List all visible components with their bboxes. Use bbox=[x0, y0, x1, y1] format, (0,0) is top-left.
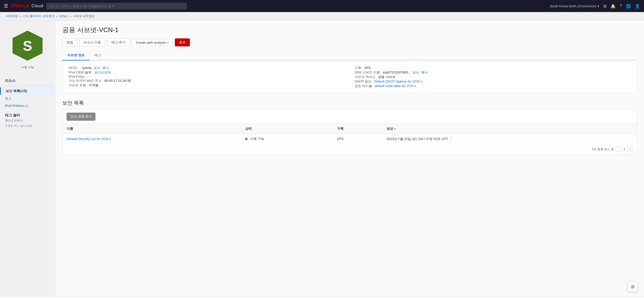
grid-icon: ⊞ bbox=[631, 284, 635, 289]
info-mac: 가상 라우터 MAC 주소: 00:00:17:21:3A:5E bbox=[69, 79, 345, 83]
help-widget-icon[interactable]: ⊞ bbox=[627, 281, 638, 292]
info-dns: DNS 도메인 이름: sub07221937400... 표시 복사 bbox=[355, 70, 631, 75]
pagination-next-button[interactable]: › bbox=[627, 146, 633, 152]
main-layout: S 사용 가능 리소스 보안 목록(1개) 로그 IPv6 Prefixes (… bbox=[0, 21, 644, 296]
hexagon-letter: S bbox=[23, 38, 32, 54]
info-grid: OCID: ...lyck4q 표시 복사 IPv4 CIDR 블록: 10.0… bbox=[69, 66, 631, 88]
cell-status: 사용 가능 bbox=[241, 134, 333, 144]
cidr-label: IPv4 CIDR 블록: bbox=[69, 70, 92, 75]
col-status: 상태 bbox=[241, 124, 333, 134]
sidebar-divider-1 bbox=[0, 86, 55, 86]
breadcrumb: 네트워킹 » 가상 클라우드 네트워크 » VCN-1 » 서브넷 세부정보 bbox=[0, 12, 644, 21]
status-dot-icon bbox=[245, 138, 248, 140]
breadcrumb-vcn1[interactable]: VCN-1 bbox=[59, 15, 68, 18]
top-nav-right: South Korea North (Chuncheon) ▾ ⊞ 🔔 ? 🌐 … bbox=[550, 4, 640, 9]
info-dhcp: DHCP 옵션: Default DHCP Options for VCN-1 bbox=[355, 79, 631, 84]
row-actions-icon[interactable]: ⋮ bbox=[449, 136, 453, 141]
resources-section-title: 리소스 bbox=[0, 74, 55, 85]
sidebar-item-ipv6[interactable]: IPv6 Prefixes (-) bbox=[0, 102, 55, 109]
breadcrumb-separator-1: » bbox=[20, 15, 21, 18]
info-left-column: OCID: ...lyck4q 표시 복사 IPv4 CIDR 블록: 10.0… bbox=[69, 66, 345, 88]
info-route-table: 경로 테이블: default route table for VCN-1 bbox=[355, 84, 631, 88]
subnet-access-label: 서브넷 액세스: bbox=[355, 75, 376, 79]
info-compartment: 구획: VPS bbox=[355, 66, 631, 70]
global-search-input[interactable] bbox=[46, 3, 187, 10]
dns-show-link[interactable]: 표시 bbox=[413, 70, 419, 75]
breadcrumb-current: 서브넷 세부정보 bbox=[73, 14, 95, 18]
tag-filter-title: 태그 필터 bbox=[5, 113, 50, 118]
sidebar-item-logs[interactable]: 로그 bbox=[0, 95, 55, 102]
sidebar-icon-area: S 사용 가능 bbox=[0, 26, 55, 74]
dns-copy-link[interactable]: 복사 bbox=[421, 70, 428, 75]
pagination-prev-button[interactable]: ‹ bbox=[616, 146, 621, 152]
tab-tags[interactable]: 태그 bbox=[90, 50, 106, 60]
dhcp-link[interactable]: Default DHCP Options for VCN-1 bbox=[374, 80, 422, 83]
breadcrumb-separator-2: » bbox=[56, 15, 58, 18]
notification-bell-icon[interactable]: 🔔 bbox=[611, 4, 616, 9]
info-ipv6: IPv6 Prefix: - bbox=[69, 75, 345, 79]
create-path-analysis-button[interactable]: Create path analysis ▾ bbox=[132, 39, 173, 46]
tag-separator: | bbox=[12, 119, 13, 123]
breadcrumb-separator-3: » bbox=[70, 15, 72, 18]
move-resource-button[interactable]: 리소스 이동 bbox=[79, 38, 105, 46]
tab-subnet-info[interactable]: 서브넷 정보 bbox=[62, 50, 90, 60]
route-table-label: 경로 테이블: bbox=[355, 84, 373, 88]
edit-button[interactable]: 편집 bbox=[62, 38, 77, 46]
ipv6-label: IPv6 Prefix: bbox=[69, 75, 85, 79]
tag-filter-note: 적용된 태그 필터 없음 bbox=[5, 124, 50, 128]
dns-value: sub07221937400... bbox=[383, 70, 410, 74]
page-title: 공용 서브넷-VCN-1 bbox=[62, 26, 637, 34]
subnet-type-label: 서브넷 유형: bbox=[69, 83, 87, 88]
add-tag-button[interactable]: 태그 추가 bbox=[107, 38, 130, 46]
table-row: Default Security List for VCN-1 사용 가능 VP… bbox=[63, 134, 637, 144]
ocid-show-link[interactable]: 표시 bbox=[94, 66, 100, 70]
table-footer: 1개 항목 표시 중 ‹ 1 › bbox=[63, 144, 637, 155]
resource-icon-wrapper: S bbox=[10, 28, 45, 63]
dns-label: DNS 도메인 이름: bbox=[355, 70, 381, 75]
language-globe-icon[interactable]: 🌐 bbox=[626, 4, 631, 9]
terminate-button[interactable]: 종료 bbox=[175, 38, 190, 46]
help-icon[interactable]: ? bbox=[620, 4, 622, 8]
oracle-logo: ORACLE Cloud bbox=[11, 4, 43, 8]
security-list-name-link[interactable]: Default Security List for VCN-1 bbox=[67, 137, 111, 141]
cloud-icon[interactable]: ⊞ bbox=[603, 4, 607, 9]
subnet-type-value: 지역별 bbox=[89, 83, 98, 88]
region-chevron-icon: ▾ bbox=[598, 4, 599, 8]
security-list-table: 이름 상태 구획 생성 ▾ bbox=[63, 124, 637, 144]
status-text: 사용 가능 bbox=[250, 137, 264, 140]
ocid-value: ...lyck4q bbox=[80, 66, 92, 70]
oracle-text: ORACLE bbox=[11, 4, 30, 8]
ocid-copy-link[interactable]: 복사 bbox=[102, 66, 109, 70]
add-security-list-button[interactable]: 보안 목록 추가 bbox=[67, 113, 95, 121]
info-right-column: 구획: VPS DNS 도메인 이름: sub07221937400... 표시… bbox=[355, 66, 631, 88]
tag-remove-link[interactable]: 지우기 bbox=[14, 119, 23, 123]
cell-created: 2023년 7월 22일 (토) 19시 37분 52초 UTC ⋮ bbox=[383, 134, 637, 144]
sidebar: S 사용 가능 리소스 보안 목록(1개) 로그 IPv6 Prefixes (… bbox=[0, 21, 55, 296]
pagination-page: 1 bbox=[623, 147, 625, 151]
created-date: 2023년 7월 22일 (토) 19시 37분 52초 UTC bbox=[387, 137, 448, 141]
hamburger-menu[interactable]: ☰ bbox=[4, 3, 8, 9]
dhcp-label: DHCP 옵션: bbox=[355, 79, 372, 84]
breadcrumb-networking[interactable]: 네트워킹 bbox=[6, 14, 18, 18]
route-table-link[interactable]: default route table for VCN-1 bbox=[375, 84, 416, 88]
ocid-label: OCID: bbox=[69, 66, 78, 70]
table-header-row: 이름 상태 구획 생성 ▾ bbox=[63, 124, 637, 134]
content-area: 공용 서브넷-VCN-1 편집 리소스 이동 태그 추가 Create path… bbox=[55, 21, 644, 296]
cell-name: Default Security List for VCN-1 bbox=[63, 134, 241, 144]
cidr-value[interactable]: 10.0.0.0/24 bbox=[94, 70, 111, 74]
tag-add-link[interactable]: 추가 bbox=[5, 119, 11, 123]
mac-label: 가상 라우터 MAC 주소: bbox=[69, 79, 102, 83]
user-profile-icon[interactable]: 👤 bbox=[635, 4, 640, 9]
region-selector[interactable]: South Korea North (Chuncheon) ▾ bbox=[550, 4, 599, 8]
table-toolbar: 보안 목록 추가 bbox=[63, 110, 637, 124]
mac-value: 00:00:17:21:3A:5E bbox=[104, 79, 131, 83]
security-list-table-section: 보안 목록 추가 이름 상태 구획 생성 bbox=[62, 109, 637, 155]
info-subnet-access: 서브넷 액세스: 공용 서브넷 bbox=[355, 75, 631, 79]
create-path-analysis-label: Create path analysis bbox=[136, 41, 166, 44]
breadcrumb-vcn[interactable]: 가상 클라우드 네트워크 bbox=[23, 14, 55, 18]
info-cidr: IPv4 CIDR 블록: 10.0.0.0/24 bbox=[69, 70, 345, 75]
col-name-sort: 이름 bbox=[67, 126, 237, 131]
info-subnet-type: 서브넷 유형: 지역별 bbox=[69, 83, 345, 88]
sidebar-item-security-list[interactable]: 보안 목록(1개) bbox=[0, 87, 55, 95]
subnet-info-panel: OCID: ...lyck4q 표시 복사 IPv4 CIDR 블록: 10.0… bbox=[62, 60, 637, 94]
